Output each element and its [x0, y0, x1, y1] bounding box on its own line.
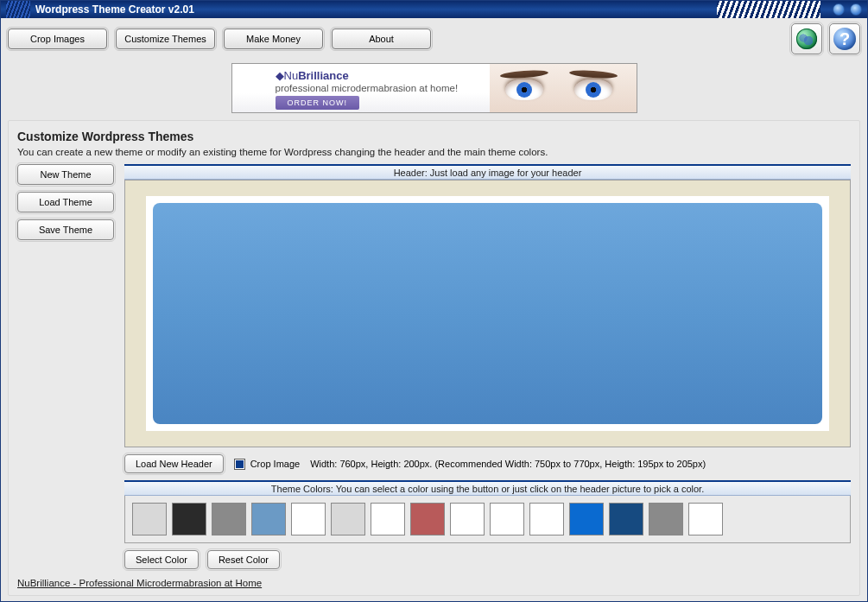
crop-image-checkbox[interactable]: Crop Image	[234, 459, 300, 470]
ad-logo-bold: Brilliance	[298, 69, 349, 82]
color-swatch[interactable]	[331, 503, 365, 535]
select-color-button[interactable]: Select Color	[124, 550, 199, 569]
load-theme-button[interactable]: Load Theme	[17, 192, 114, 212]
color-swatch-row	[124, 496, 851, 543]
color-swatch[interactable]	[410, 503, 445, 535]
ad-banner-text: ◆NuBrilliance professional microdermabra…	[232, 64, 490, 112]
color-swatch[interactable]	[251, 503, 286, 535]
ad-banner[interactable]: ◆NuBrilliance professional microdermabra…	[231, 63, 637, 113]
web-button[interactable]	[791, 23, 822, 54]
about-button[interactable]: About	[332, 29, 431, 49]
footer-link[interactable]: NuBrilliance - Professional Microdermabr…	[17, 578, 851, 588]
ad-banner-container: ◆NuBrilliance professional microdermabra…	[8, 63, 860, 113]
crop-images-button[interactable]: Crop Images	[8, 29, 107, 49]
header-preview-area[interactable]	[124, 180, 851, 447]
color-swatch[interactable]	[291, 503, 326, 535]
window-title: Wordpress Theme Creator v2.01	[35, 3, 194, 16]
header-preview-frame	[146, 196, 829, 431]
color-swatch[interactable]	[688, 503, 723, 535]
color-swatch[interactable]	[609, 503, 643, 535]
color-swatch[interactable]	[490, 503, 524, 535]
customize-panel: Customize Wordpress Themes You can creat…	[8, 120, 860, 596]
new-theme-button[interactable]: New Theme	[17, 164, 114, 185]
help-icon: ?	[833, 28, 856, 50]
ad-image	[490, 64, 637, 112]
reset-color-button[interactable]: Reset Color	[207, 550, 280, 569]
color-swatch[interactable]	[212, 503, 246, 535]
save-theme-button[interactable]: Save Theme	[17, 219, 114, 240]
color-swatch[interactable]	[371, 503, 405, 535]
color-buttons-row: Select Color Reset Color	[124, 550, 851, 569]
titlebar: Wordpress Theme Creator v2.01	[1, 1, 867, 18]
section-subtitle: You can create a new theme or modify an …	[17, 147, 851, 157]
color-swatch[interactable]	[529, 503, 564, 535]
main-menu: Crop Images Customize Themes Make Money …	[8, 23, 860, 54]
color-swatch[interactable]	[569, 503, 604, 535]
header-section-label: Header: Just load any image for your hea…	[124, 164, 851, 180]
app-window: Wordpress Theme Creator v2.01 Crop Image…	[0, 0, 868, 602]
side-actions: New Theme Load Theme Save Theme	[17, 164, 114, 569]
make-money-button[interactable]: Make Money	[224, 29, 323, 49]
globe-icon	[796, 29, 817, 49]
theme-colors-panel: Theme Colors: You can select a color usi…	[124, 480, 851, 543]
header-preview-image[interactable]	[153, 203, 822, 424]
ad-logo: ◆NuBrilliance	[276, 69, 490, 82]
header-dimensions-text: Width: 760px, Heigth: 200px. (Recommende…	[310, 459, 706, 469]
editor-column: Header: Just load any image for your hea…	[124, 164, 851, 569]
crop-image-label: Crop Image	[250, 459, 300, 469]
color-swatch[interactable]	[132, 503, 167, 535]
minimize-button[interactable]	[833, 3, 845, 16]
color-swatch[interactable]	[450, 503, 485, 535]
header-controls-row: Load New Header Crop Image Width: 760px,…	[124, 454, 851, 473]
ad-cta: ORDER NOW!	[276, 96, 360, 110]
help-button[interactable]: ?	[829, 23, 860, 54]
app-body: Crop Images Customize Themes Make Money …	[1, 18, 867, 601]
load-new-header-button[interactable]: Load New Header	[124, 454, 224, 473]
color-swatch[interactable]	[649, 503, 683, 535]
section-title: Customize Wordpress Themes	[17, 130, 851, 143]
ad-tagline: professional microdermabrasion at home!	[276, 83, 490, 93]
titlebar-decor-left	[6, 1, 30, 18]
close-button[interactable]	[850, 3, 862, 16]
titlebar-decor-right	[717, 1, 820, 18]
color-swatch[interactable]	[172, 503, 206, 535]
check-icon	[236, 460, 244, 468]
ad-logo-prefix: Nu	[284, 69, 299, 82]
colors-section-label: Theme Colors: You can select a color usi…	[124, 480, 851, 496]
customize-themes-button[interactable]: Customize Themes	[116, 29, 215, 49]
